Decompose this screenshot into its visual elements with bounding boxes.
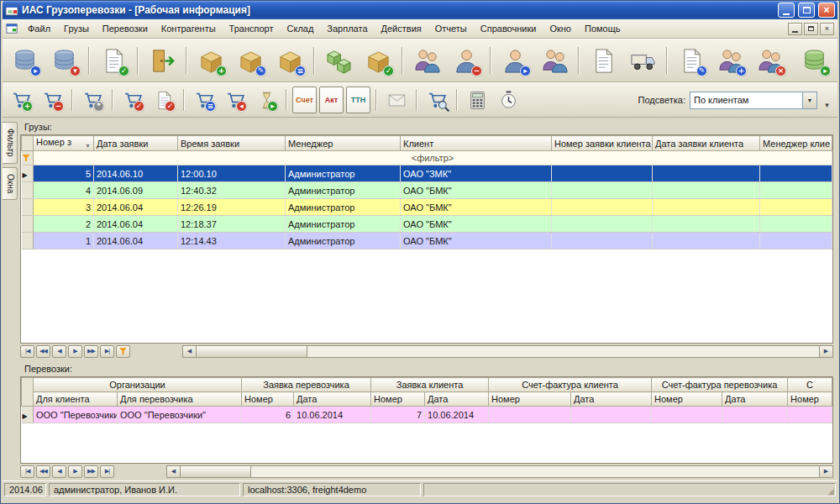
cell-client[interactable]: ОАО "ЗМК"	[401, 165, 552, 182]
clients-button[interactable]	[407, 42, 446, 79]
column-header-number[interactable]: Номер	[371, 392, 425, 407]
transport-row[interactable]: ООО "Перевозчики" ООО "Перевозчики" 6 10…	[22, 407, 832, 423]
cell-empty[interactable]	[653, 199, 760, 216]
tab-windows[interactable]: Окна	[3, 167, 18, 200]
mail-button[interactable]	[381, 86, 412, 114]
column-header-client-request-number[interactable]: Номер заявки клиента	[552, 136, 653, 151]
order-search-button[interactable]	[422, 86, 452, 114]
cargo-row[interactable]: 4 2014.06.09 12:40.32 Администратор ОАО …	[22, 182, 832, 199]
toolbar-overflow-button[interactable]	[822, 87, 832, 113]
combobox-dropdown-icon[interactable]	[802, 92, 816, 108]
nav-next-button[interactable]: ▶	[68, 345, 82, 358]
cell-manager[interactable]: Администратор	[286, 182, 401, 199]
scroll-track[interactable]	[197, 346, 819, 357]
cell-client[interactable]: ОАО "БМК"	[401, 216, 552, 233]
menu-item-contractors[interactable]: Контрагенты	[155, 21, 223, 36]
nav-first-button[interactable]: |◀	[20, 345, 34, 358]
highlight-combobox[interactable]: По клиентам	[690, 92, 817, 109]
menu-item-transport[interactable]: Транспорт	[223, 21, 281, 36]
cell-empty[interactable]	[760, 182, 832, 199]
order-confirm-button[interactable]: ✓	[118, 86, 148, 114]
cell-empty[interactable]	[760, 165, 832, 182]
cell-request-date[interactable]: 2014.06.04	[94, 233, 178, 249]
cargo-horizontal-scrollbar[interactable]	[182, 345, 833, 358]
group-header-carrier-invoice[interactable]: Счет-фактура перевозчика	[652, 378, 788, 392]
column-header-request-date[interactable]: Дата заявки	[94, 136, 178, 151]
nav-prior-page-button[interactable]: ◀◀	[36, 345, 50, 358]
maximize-button[interactable]	[798, 3, 815, 18]
workspace-check-button[interactable]: ✓	[94, 42, 133, 79]
exit-button[interactable]	[143, 42, 181, 79]
scroll-thumb[interactable]	[197, 346, 307, 357]
calculator-button[interactable]	[462, 86, 492, 114]
cell-empty[interactable]	[653, 182, 760, 199]
nav-last-button[interactable]: ▶|	[100, 465, 114, 478]
column-header-number[interactable]: Номер з	[34, 136, 94, 151]
cell-empty[interactable]	[760, 216, 832, 233]
cell-empty[interactable]	[788, 407, 832, 423]
filter-row[interactable]: <фильтр>	[22, 151, 832, 165]
cell-request-date[interactable]: 2014.06.10	[94, 165, 178, 182]
document-confirm-button[interactable]: ✓	[149, 86, 179, 114]
cell-request-time[interactable]: 12:14.43	[178, 233, 286, 249]
cell-empty[interactable]	[653, 233, 760, 249]
close-button[interactable]: ×	[818, 3, 835, 18]
column-header-number[interactable]: Номер	[788, 392, 832, 407]
invoice-button[interactable]: Счет	[292, 87, 317, 113]
scroll-right-icon[interactable]	[819, 346, 832, 357]
order-settings-button[interactable]: *	[77, 86, 108, 114]
column-header-date[interactable]: Дата	[425, 392, 489, 407]
menu-item-shipments[interactable]: Перевозки	[96, 21, 155, 36]
column-header-client-request-date[interactable]: Дата заявки клиента	[653, 136, 760, 151]
scroll-left-icon[interactable]	[183, 346, 197, 357]
cell-number[interactable]: 5	[34, 165, 94, 182]
group-header-carrier-request[interactable]: Заявка перевозчика	[242, 378, 371, 392]
cell-carrier-org[interactable]: ООО "Перевозчики"	[118, 407, 242, 423]
scroll-right-icon[interactable]	[819, 466, 832, 477]
cargo-row[interactable]: 1 2014.06.04 12:14.43 Администратор ОАО …	[22, 233, 832, 249]
cell-empty[interactable]	[552, 199, 653, 216]
menu-item-actions[interactable]: Действия	[375, 21, 428, 36]
cell-carrier-request-date[interactable]: 10.06.2014	[294, 407, 371, 423]
column-header-for-client[interactable]: Для клиента	[34, 392, 118, 407]
cell-request-date[interactable]: 2014.06.04	[94, 199, 178, 216]
client-remove-button[interactable]: −	[447, 42, 486, 79]
cell-request-time[interactable]: 12:00.10	[178, 165, 286, 182]
orders-view-button[interactable]: ≡	[189, 86, 219, 114]
tab-filter[interactable]: Фильтр	[3, 122, 18, 164]
menu-item-directories[interactable]: Справочники	[474, 21, 543, 36]
cell-number[interactable]: 4	[34, 182, 94, 199]
cell-number[interactable]: 1	[34, 233, 94, 249]
cell-empty[interactable]	[571, 407, 652, 423]
cell-client-request-date[interactable]: 10.06.2014	[425, 407, 489, 423]
cargo-add-button[interactable]: +	[192, 42, 230, 79]
menu-item-file[interactable]: Файл	[21, 21, 57, 36]
column-header-client[interactable]: Клиент	[401, 136, 552, 151]
document-new-button[interactable]	[584, 42, 622, 79]
cell-client[interactable]: ОАО "БМК"	[401, 182, 552, 199]
database-save-button[interactable]: ▾	[45, 42, 84, 79]
mdi-close-button[interactable]: ×	[820, 23, 834, 35]
group-header-clipped[interactable]: С	[788, 378, 832, 392]
column-header-date[interactable]: Дата	[571, 392, 652, 407]
cell-empty[interactable]	[652, 407, 722, 423]
cargo-group-button[interactable]	[319, 42, 358, 79]
column-header-client-manager[interactable]: Менеджер клие	[760, 136, 832, 151]
nav-prior-button[interactable]: ◀	[52, 345, 66, 358]
timer-button[interactable]	[493, 86, 523, 114]
mdi-minimize-button[interactable]	[788, 23, 802, 35]
contract-edit-button[interactable]: ✎	[672, 42, 711, 79]
menu-item-window[interactable]: Окно	[543, 21, 578, 36]
cell-client[interactable]: ОАО "БМК"	[401, 199, 552, 216]
minimize-button[interactable]	[778, 3, 795, 18]
act-button[interactable]: Акт	[319, 87, 344, 113]
order-pending-button[interactable]: ▸	[251, 86, 281, 114]
cell-manager[interactable]: Администратор	[286, 199, 401, 216]
mdi-child-icon[interactable]	[6, 23, 18, 34]
column-header-for-carrier[interactable]: Для перевозчика	[118, 392, 242, 407]
order-remove-button[interactable]: −	[37, 86, 67, 114]
menu-item-cargo[interactable]: Грузы	[57, 21, 96, 36]
database-export-button[interactable]: ▸	[795, 42, 834, 79]
order-return-button[interactable]: ◂	[220, 86, 250, 114]
cell-empty[interactable]	[722, 407, 788, 423]
